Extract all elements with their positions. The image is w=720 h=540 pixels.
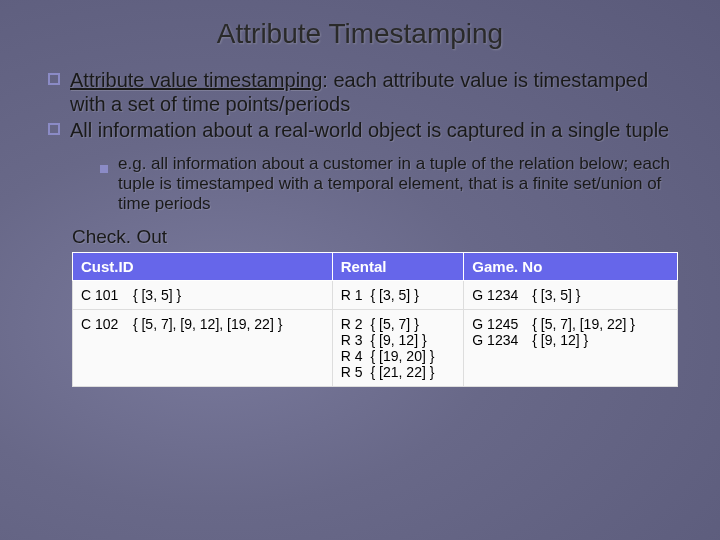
col-rental: Rental: [332, 253, 464, 281]
table-row: C 101 { [3, 5] }R 1 { [3, 5] }G 1234 { […: [73, 281, 678, 310]
col-cust: Cust.ID: [73, 253, 333, 281]
cell-line: C 101 { [3, 5] }: [81, 287, 324, 303]
bullet-list: Attribute value timestamping: each attri…: [0, 68, 720, 142]
table-header-row: Cust.ID Rental Game. No: [73, 253, 678, 281]
sub-bullet-list: e.g. all information about a customer in…: [0, 144, 720, 214]
cell-line: C 102 { [5, 7], [9, 12], [19, 22] }: [81, 316, 324, 332]
square-bullet-icon: [48, 73, 60, 85]
cell-line: G 1234 { [9, 12] }: [472, 332, 669, 348]
cell-line: R 4 { [19, 20] }: [341, 348, 456, 364]
svg-rect-2: [100, 165, 108, 173]
square-bullet-icon: [48, 123, 60, 135]
cell-cust: C 101 { [3, 5] }: [73, 281, 333, 310]
slide-title: Attribute Timestamping: [0, 0, 720, 68]
table-title: Check. Out: [0, 214, 720, 252]
cell-line: R 2 { [5, 7] }: [341, 316, 456, 332]
bullet-text: All information about a real-world objec…: [70, 118, 669, 142]
svg-rect-1: [49, 124, 59, 134]
bullet-text: Attribute value timestamping: each attri…: [70, 68, 682, 116]
sub-bullet-item: e.g. all information about a customer in…: [100, 154, 682, 214]
small-square-bullet-icon: [100, 159, 108, 177]
sub-bullet-text: e.g. all information about a customer in…: [118, 154, 682, 214]
svg-rect-0: [49, 74, 59, 84]
cell-game: G 1234 { [3, 5] }: [464, 281, 678, 310]
cell-line: G 1245 { [5, 7], [19, 22] }: [472, 316, 669, 332]
cell-line: R 5 { [21, 22] }: [341, 364, 456, 380]
cell-line: G 1234 { [3, 5] }: [472, 287, 669, 303]
bullet-item: All information about a real-world objec…: [48, 118, 682, 142]
table-row: C 102 { [5, 7], [9, 12], [19, 22] }R 2 {…: [73, 310, 678, 387]
bullet-item: Attribute value timestamping: each attri…: [48, 68, 682, 116]
cell-cust: C 102 { [5, 7], [9, 12], [19, 22] }: [73, 310, 333, 387]
data-table: Cust.ID Rental Game. No C 101 { [3, 5] }…: [72, 252, 678, 387]
cell-rental: R 2 { [5, 7] }R 3 { [9, 12] }R 4 { [19, …: [332, 310, 464, 387]
col-game: Game. No: [464, 253, 678, 281]
cell-rental: R 1 { [3, 5] }: [332, 281, 464, 310]
cell-line: R 3 { [9, 12] }: [341, 332, 456, 348]
bullet-lead: Attribute value timestamping: [70, 69, 322, 91]
cell-game: G 1245 { [5, 7], [19, 22] }G 1234 { [9, …: [464, 310, 678, 387]
cell-line: R 1 { [3, 5] }: [341, 287, 456, 303]
